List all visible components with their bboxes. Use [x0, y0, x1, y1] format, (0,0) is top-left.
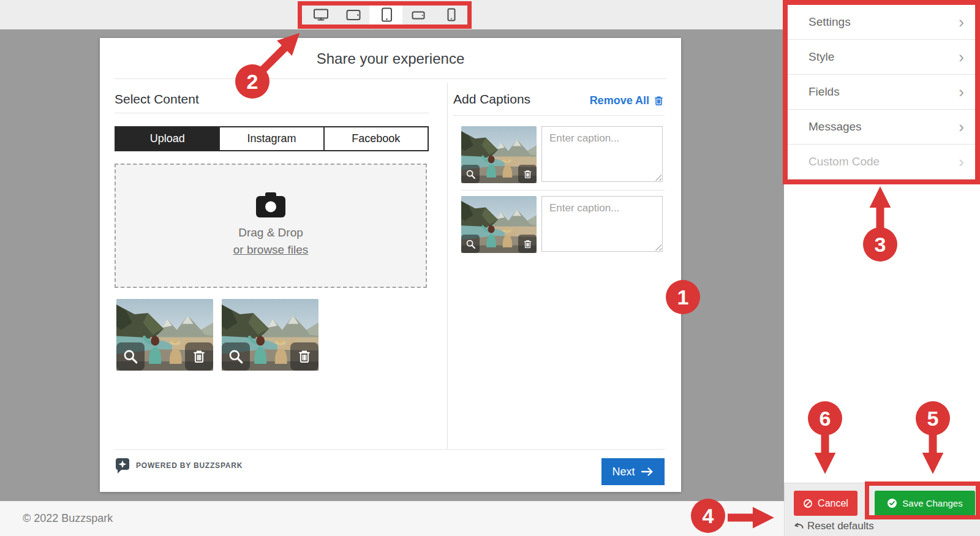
sidebar-item-settings[interactable]: Settings ›: [784, 5, 980, 40]
sidebar-actions: Cancel Save Changes Reset defaults: [784, 483, 980, 536]
remove-all-label: Remove All: [590, 94, 649, 107]
caption-input-wrap: [541, 126, 663, 182]
buzzspark-logo-icon: [115, 457, 130, 474]
caption-thumbnail[interactable]: [461, 126, 537, 183]
cancel-icon: [803, 499, 813, 508]
copyright-text: © 2022 Buzzspark: [23, 501, 113, 536]
zoom-preview-button[interactable]: [461, 165, 480, 183]
uploaded-thumbnail[interactable]: [116, 299, 213, 371]
select-content-heading: Select Content: [115, 92, 199, 107]
divider: [115, 449, 665, 450]
sidebar-item-fields[interactable]: Fields ›: [784, 75, 980, 110]
magnifier-icon: [123, 349, 138, 364]
arrow-right-icon: [641, 467, 654, 477]
caption-input-wrap: [541, 196, 663, 252]
next-button[interactable]: Next: [601, 458, 665, 485]
divider: [461, 190, 665, 191]
divider: [115, 78, 666, 79]
trash-icon: [653, 95, 665, 107]
trash-icon: [522, 239, 533, 249]
trash-icon: [191, 349, 207, 364]
save-changes-button[interactable]: Save Changes: [875, 491, 975, 516]
trash-icon: [522, 169, 533, 179]
sidebar-item-custom-code[interactable]: Custom Code ›: [784, 145, 980, 179]
magnifier-icon: [466, 169, 476, 179]
chevron-right-icon: ›: [959, 119, 964, 135]
delete-photo-button[interactable]: [518, 235, 537, 253]
sidebar-item-style[interactable]: Style ›: [784, 40, 980, 75]
divider: [115, 113, 429, 113]
delete-photo-button[interactable]: [518, 165, 537, 183]
device-tablet-portrait-button[interactable]: [369, 2, 402, 27]
magnifier-icon: [228, 349, 244, 364]
zoom-preview-button[interactable]: [222, 342, 250, 371]
chevron-right-icon: ›: [959, 84, 964, 100]
add-captions-heading: Add Captions: [453, 92, 530, 107]
page-footer: © 2022 Buzzspark: [0, 501, 784, 536]
chevron-right-icon: ›: [959, 49, 964, 65]
caption-thumbnail[interactable]: [461, 196, 537, 253]
widget-title: Share your experience: [100, 50, 681, 67]
delete-photo-button[interactable]: [290, 342, 318, 371]
dropzone-label: Drag & Drop: [116, 226, 426, 240]
sidebar-menu: Settings › Style › Fields › Messages › C…: [784, 5, 980, 179]
tab-upload[interactable]: Upload: [116, 127, 219, 150]
device-tablet-landscape-button[interactable]: [337, 2, 369, 27]
save-changes-label: Save Changes: [902, 498, 962, 508]
browse-files-link[interactable]: or browse files: [116, 243, 426, 257]
phone-portrait-icon: [443, 7, 459, 23]
desktop-icon: [313, 7, 329, 23]
reset-defaults-label: Reset defaults: [807, 520, 874, 532]
sidebar-item-label: Messages: [809, 120, 959, 134]
tab-facebook[interactable]: Facebook: [323, 127, 428, 150]
tablet-landscape-icon: [345, 7, 361, 23]
powered-by: POWERED BY BUZZSPARK: [115, 457, 243, 474]
chevron-right-icon: ›: [959, 154, 964, 170]
device-switcher: [304, 2, 467, 27]
remove-all-link[interactable]: Remove All: [590, 94, 665, 107]
source-tabs: Upload Instagram Facebook: [115, 126, 429, 151]
delete-photo-button[interactable]: [185, 342, 213, 371]
caption-input[interactable]: [541, 196, 663, 252]
phone-landscape-icon: [410, 7, 426, 23]
tablet-portrait-icon: [378, 7, 394, 23]
settings-sidebar: Settings › Style › Fields › Messages › C…: [784, 0, 980, 536]
cancel-button[interactable]: Cancel: [794, 491, 858, 516]
uploaded-thumbnail[interactable]: [222, 299, 318, 371]
check-circle-icon: [887, 498, 897, 508]
tab-instagram[interactable]: Instagram: [219, 127, 323, 150]
trash-icon: [296, 349, 312, 364]
upload-dropzone[interactable]: Drag & Drop or browse files: [115, 164, 427, 288]
camera-icon: [254, 191, 288, 220]
undo-icon: [793, 521, 804, 532]
screen: © 2022 Buzzspark Share your experience S…: [0, 0, 980, 536]
zoom-preview-button[interactable]: [116, 342, 145, 371]
caption-input[interactable]: [541, 126, 663, 182]
next-label: Next: [612, 466, 635, 478]
reset-defaults-link[interactable]: Reset defaults: [793, 520, 874, 532]
chevron-right-icon: ›: [959, 14, 964, 30]
powered-by-label: POWERED BY BUZZSPARK: [136, 461, 243, 470]
sidebar-item-messages[interactable]: Messages ›: [784, 110, 980, 145]
sidebar-item-label: Custom Code: [809, 155, 959, 168]
sidebar-item-label: Fields: [809, 85, 959, 99]
cancel-label: Cancel: [818, 498, 848, 509]
sidebar-item-label: Settings: [809, 15, 959, 29]
panel-divider: [447, 83, 448, 449]
divider: [453, 115, 665, 116]
device-desktop-button[interactable]: [304, 2, 337, 27]
sidebar-item-label: Style: [809, 50, 959, 64]
zoom-preview-button[interactable]: [461, 235, 480, 253]
device-phone-landscape-button[interactable]: [402, 2, 435, 27]
device-phone-portrait-button[interactable]: [435, 2, 467, 27]
magnifier-icon: [466, 239, 476, 249]
widget-preview-card: Share your experience Select Content Upl…: [100, 38, 681, 492]
